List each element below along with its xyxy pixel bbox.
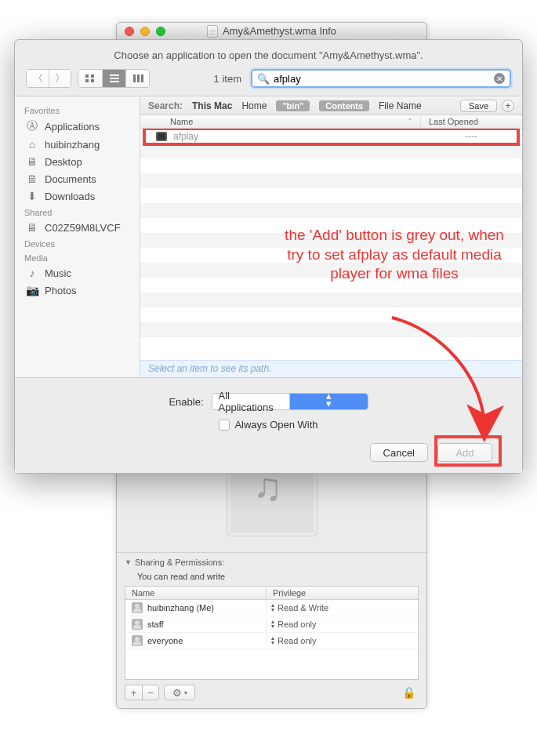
info-title-text: Amy&Amethyst.wma Info: [223, 25, 336, 37]
sharing-header-text: Sharing & Permissions:: [135, 558, 224, 567]
scope-label: Search:: [148, 100, 183, 111]
sidebar: Favorites ⒶApplications ⌂huibinzhang 🖥De…: [15, 96, 140, 377]
sharing-section: ▼ Sharing & Permissions: You can read an…: [117, 552, 426, 708]
remove-user-button[interactable]: −: [142, 685, 159, 700]
view-group: [78, 69, 150, 88]
col-name[interactable]: Name ˄: [140, 115, 420, 128]
sidebar-item-applications[interactable]: ⒶApplications: [15, 117, 140, 136]
scope-this-mac[interactable]: This Mac: [192, 100, 232, 111]
desktop-icon: 🖥: [26, 155, 38, 168]
sidebar-section-favorites: Favorites: [15, 103, 140, 117]
sharing-header[interactable]: ▼ Sharing & Permissions:: [125, 558, 419, 570]
document-icon: [207, 25, 218, 38]
open-panel: Choose an application to open the docume…: [14, 39, 523, 474]
svg-rect-2: [85, 79, 89, 82]
music-icon: ♪: [26, 267, 38, 279]
table-row[interactable]: staff ▴▾Read only: [125, 616, 418, 633]
save-search-button[interactable]: Save: [460, 100, 497, 112]
svg-rect-9: [141, 75, 143, 82]
exec-icon: [156, 132, 167, 141]
clear-search-button[interactable]: ✕: [494, 73, 505, 84]
sort-asc-icon: ˄: [408, 118, 412, 125]
sidebar-item-shared-machine[interactable]: 🖥C02Z59M8LVCF: [15, 219, 140, 236]
search-field[interactable]: 🔍 ✕: [251, 69, 511, 88]
group-icon: [132, 619, 143, 630]
svg-rect-4: [110, 75, 119, 76]
stepper-icon[interactable]: ▴▾: [271, 603, 274, 612]
enable-select[interactable]: All Applications ▴▾: [212, 393, 368, 410]
result-name: afplay: [173, 131, 198, 142]
result-last-opened: ----: [420, 131, 522, 142]
sharing-note: You can read and write: [125, 570, 419, 586]
gear-icon: ⚙: [172, 687, 182, 699]
stepper-icon[interactable]: ▴▾: [271, 636, 274, 645]
sidebar-item-documents[interactable]: 🗎Documents: [15, 170, 140, 187]
always-open-label: Always Open With: [234, 419, 317, 431]
col-last-opened[interactable]: Last Opened: [420, 115, 522, 128]
content-area: Search: This Mac Home "bin" Contents Fil…: [140, 96, 522, 377]
sidebar-section-shared: Shared: [15, 205, 140, 219]
cancel-button[interactable]: Cancel: [370, 443, 428, 462]
disclosure-triangle-icon[interactable]: ▼: [125, 558, 132, 566]
table-row[interactable]: everyone ▴▾Read only: [125, 633, 418, 649]
info-title: Amy&Amethyst.wma Info: [117, 25, 426, 38]
perm-col-name[interactable]: Name: [125, 587, 267, 599]
camera-icon: 📷: [26, 284, 38, 296]
path-bar: Select an item to see its path.: [140, 360, 522, 377]
always-open-checkbox[interactable]: [219, 420, 230, 431]
scope-bin[interactable]: "bin": [276, 100, 310, 111]
forward-button[interactable]: 〉: [49, 70, 71, 87]
sidebar-item-music[interactable]: ♪Music: [15, 264, 140, 282]
column-view-button[interactable]: [125, 70, 149, 87]
user-icon: [132, 602, 143, 613]
svg-rect-8: [137, 75, 140, 82]
music-note-icon: [253, 472, 291, 510]
icon-view-button[interactable]: [78, 70, 102, 87]
svg-rect-0: [85, 75, 89, 78]
bottom-pane: Enable: All Applications ▴▾ Always Open …: [15, 377, 522, 473]
toolbar: 〈 〉 1 item 🔍 ✕: [15, 69, 522, 96]
perm-toolbar: + − ⚙▾ 🔒: [125, 680, 419, 700]
add-criteria-button[interactable]: +: [502, 100, 514, 112]
add-button: Add: [437, 443, 492, 462]
add-user-button[interactable]: +: [125, 685, 142, 700]
enable-value: All Applications: [212, 390, 290, 413]
list-view-button[interactable]: [102, 70, 125, 87]
nav-group: 〈 〉: [26, 69, 71, 88]
documents-icon: 🗎: [26, 173, 38, 185]
computer-icon: 🖥: [26, 221, 38, 234]
svg-rect-3: [91, 79, 94, 82]
item-count: 1 item: [214, 73, 241, 85]
chevron-down-icon: ▾: [184, 689, 187, 696]
svg-rect-5: [110, 78, 119, 79]
stepper-icon[interactable]: ▴▾: [271, 620, 274, 629]
table-row[interactable]: huibinzhang (Me) ▴▾Read & Write: [125, 600, 418, 616]
sidebar-item-home[interactable]: ⌂huibinzhang: [15, 136, 140, 153]
perm-col-priv[interactable]: Privilege: [267, 587, 418, 599]
open-prompt: Choose an application to open the docume…: [15, 40, 522, 69]
scope-file-name[interactable]: File Name: [379, 100, 422, 111]
list-item[interactable]: afplay ----: [140, 129, 522, 144]
sidebar-item-photos[interactable]: 📷Photos: [15, 282, 140, 299]
scope-bar: Search: This Mac Home "bin" Contents Fil…: [140, 96, 522, 115]
home-icon: ⌂: [26, 138, 38, 151]
sidebar-item-desktop[interactable]: 🖥Desktop: [15, 153, 140, 170]
lock-icon[interactable]: 🔒: [402, 686, 419, 699]
scope-home[interactable]: Home: [241, 100, 267, 111]
svg-rect-1: [91, 75, 94, 78]
enable-label: Enable:: [169, 396, 203, 408]
info-titlebar[interactable]: Amy&Amethyst.wma Info: [117, 23, 426, 40]
applications-icon: Ⓐ: [26, 119, 38, 133]
scope-contents[interactable]: Contents: [319, 100, 369, 111]
sidebar-section-media: Media: [15, 250, 140, 264]
list-header: Name ˄ Last Opened: [140, 115, 522, 129]
svg-rect-7: [133, 75, 136, 82]
action-menu-button[interactable]: ⚙▾: [164, 685, 195, 700]
back-button[interactable]: 〈: [27, 70, 49, 87]
permissions-table: Name Privilege huibinzhang (Me) ▴▾Read &…: [125, 586, 419, 680]
search-input[interactable]: [274, 73, 490, 85]
results-list[interactable]: afplay ----: [140, 129, 522, 360]
svg-rect-6: [110, 81, 119, 82]
select-caret-icon: ▴▾: [289, 394, 368, 409]
sidebar-item-downloads[interactable]: ⬇Downloads: [15, 187, 140, 205]
